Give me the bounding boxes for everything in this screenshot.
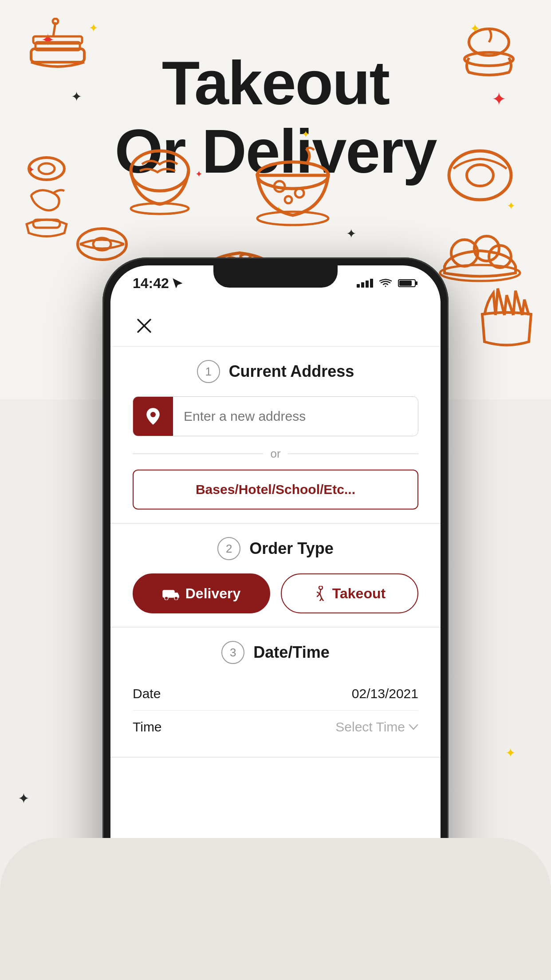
step-2-circle: 2 xyxy=(217,537,240,560)
walking-person-icon xyxy=(314,586,326,601)
datetime-title: Date/Time xyxy=(253,643,329,662)
svg-point-6 xyxy=(29,158,64,180)
delivery-button[interactable]: Delivery xyxy=(133,573,270,613)
date-value: 02/13/2021 xyxy=(352,686,418,701)
or-divider: or xyxy=(133,447,418,461)
svg-point-29 xyxy=(150,412,156,417)
close-button[interactable] xyxy=(133,314,156,337)
divider-line-left xyxy=(133,454,263,454)
close-icon xyxy=(136,318,152,334)
noodle-bowl-icon xyxy=(120,146,200,217)
sushi-roll-icon xyxy=(75,226,129,262)
svg-rect-2 xyxy=(33,36,82,43)
svg-point-9 xyxy=(78,229,126,260)
svg-point-3 xyxy=(53,19,58,24)
time-row[interactable]: Time Select Time xyxy=(133,711,418,743)
date-label: Date xyxy=(133,686,161,701)
map-pin-icon xyxy=(143,407,163,426)
step-3-circle: 3 xyxy=(221,641,244,664)
bases-button[interactable]: Bases/Hotel/School/Etc... xyxy=(133,470,418,510)
delivery-car-icon xyxy=(162,587,179,600)
sparkle-11: ✦ xyxy=(346,226,356,241)
divider-line-right xyxy=(288,454,418,454)
time-label: Time xyxy=(133,719,162,735)
address-pin-box xyxy=(133,396,173,436)
or-text: or xyxy=(270,447,280,461)
sparkle-13: ✦ xyxy=(18,790,30,807)
meatballs-icon xyxy=(436,204,524,284)
section-3-header: 3 Date/Time xyxy=(133,641,418,664)
bg-bottom xyxy=(0,838,551,980)
sandwich-icon xyxy=(22,18,93,80)
close-area xyxy=(110,301,441,347)
sparkle-9: ✦ xyxy=(302,129,310,140)
takeout-button[interactable]: Takeout xyxy=(281,573,418,613)
signal-bars-icon xyxy=(357,279,373,288)
svg-point-19 xyxy=(467,165,493,186)
svg-rect-30 xyxy=(163,590,174,597)
order-type-section: 2 Order Type Delivery xyxy=(110,524,441,628)
svg-point-32 xyxy=(174,597,178,600)
sparkle-6: ✦ xyxy=(492,89,507,109)
svg-rect-25 xyxy=(399,281,412,286)
address-input-row[interactable] xyxy=(133,396,418,436)
current-address-section: 1 Current Address xyxy=(110,347,441,524)
svg-rect-26 xyxy=(416,281,417,285)
sparkle-3: ✦ xyxy=(71,89,82,104)
time-select[interactable]: Select Time xyxy=(335,719,418,735)
section-2-header: 2 Order Type xyxy=(133,537,418,560)
current-address-title: Current Address xyxy=(229,362,354,381)
date-row: Date 02/13/2021 xyxy=(133,677,418,710)
order-type-title: Order Type xyxy=(249,539,333,558)
battery-icon xyxy=(398,278,418,288)
pudding-icon xyxy=(458,24,520,82)
location-arrow-icon xyxy=(173,278,182,288)
soup-bowl-icon xyxy=(248,146,337,226)
notch xyxy=(213,265,338,288)
fries-icon xyxy=(471,275,542,373)
order-type-buttons: Delivery Takeout xyxy=(133,573,418,613)
sparkle-12: ✦ xyxy=(505,746,516,760)
step-1-circle: 1 xyxy=(197,360,220,383)
wifi-icon xyxy=(379,278,392,288)
address-input[interactable] xyxy=(173,409,418,424)
bagel-icon xyxy=(445,146,516,204)
section-1-header: 1 Current Address xyxy=(133,360,418,383)
svg-point-31 xyxy=(165,597,168,600)
datetime-section: 3 Date/Time Date 02/13/2021 Time Select … xyxy=(110,628,441,758)
svg-point-16 xyxy=(285,196,292,203)
svg-point-7 xyxy=(39,163,55,174)
sushi-icon xyxy=(18,155,75,244)
chevron-down-icon xyxy=(409,724,418,730)
status-time: 14:42 xyxy=(133,275,182,292)
status-icons xyxy=(357,278,418,288)
